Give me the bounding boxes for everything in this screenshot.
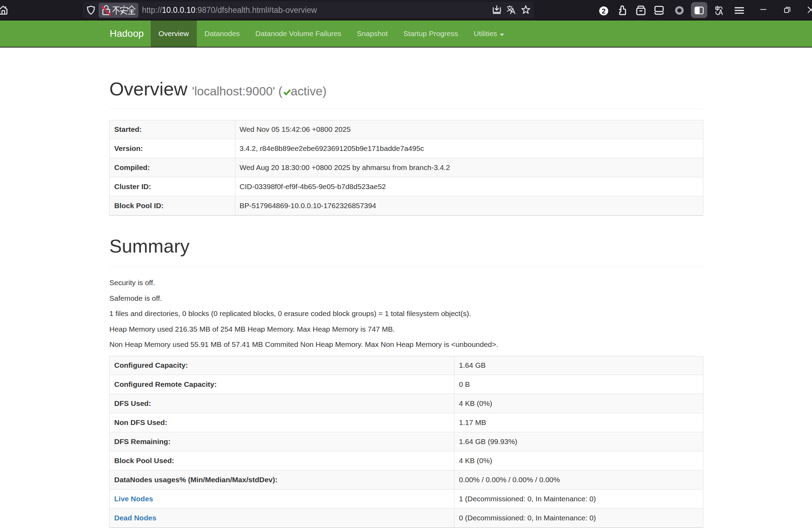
svg-text:2: 2: [602, 7, 606, 15]
